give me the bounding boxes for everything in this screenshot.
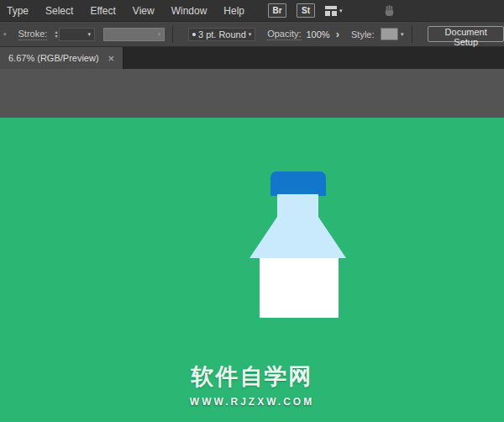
separator [412, 26, 412, 43]
style-label: Style: [351, 29, 375, 40]
watermark-url: WWW.RJZXW.COM [0, 396, 504, 408]
brush-definition-value: 3 pt. Round [198, 29, 246, 40]
workspace-icon [325, 6, 337, 16]
chevron-down-icon[interactable]: ▾ [3, 31, 7, 37]
menu-select[interactable]: Select [37, 5, 81, 17]
pasteboard [0, 69, 504, 118]
stroke-weight-dropdown[interactable]: ▾ [59, 28, 95, 41]
graphic-styles-panel-button[interactable]: St [297, 3, 315, 18]
illustrator-window: Type Select Effect View Window Help Br S… [0, 0, 504, 422]
chevron-down-icon: ▾ [87, 31, 91, 37]
brush-preview-dot-icon [192, 33, 196, 36]
opacity-value[interactable]: 100% [307, 29, 330, 40]
brushes-panel-button[interactable]: Br [268, 3, 286, 18]
menu-effect[interactable]: Effect [81, 5, 123, 17]
chevron-down-icon[interactable]: ▾ [401, 31, 404, 37]
chevron-down-icon: ▾ [249, 31, 252, 37]
opacity-panel-arrow-icon[interactable]: › [336, 29, 339, 40]
separator [172, 26, 173, 43]
menu-window[interactable]: Window [163, 5, 216, 17]
artboard-canvas[interactable]: 软件自学网 WWW.RJZXW.COM [0, 118, 504, 422]
close-icon[interactable]: × [108, 53, 115, 64]
bottle-neck[interactable] [277, 194, 318, 218]
document-tab-title: 6.67% (RGB/Preview) [8, 53, 99, 63]
brush-definition-dropdown[interactable]: 3 pt. Round ▾ [188, 28, 255, 41]
bottle-shoulder[interactable] [249, 217, 346, 258]
opacity-label[interactable]: Opacity: [267, 29, 301, 40]
hand-tool-button[interactable] [383, 4, 396, 17]
document-tab[interactable]: 6.67% (RGB/Preview) × [0, 47, 123, 69]
stepper-down-icon: ▾ [55, 34, 57, 39]
chevron-down-icon: ▾ [339, 8, 343, 13]
milk-bottle-artwork[interactable] [244, 168, 349, 321]
document-setup-button[interactable]: Document Setup [428, 26, 504, 42]
control-bar: ▾ Stroke: ▴ ▾ ▾ ▾ 3 pt. Round ▾ Opacity:… [0, 22, 504, 47]
menu-view[interactable]: View [124, 5, 163, 17]
width-profile-dropdown[interactable]: ▾ [103, 28, 165, 41]
watermark-title: 软件自学网 [0, 361, 504, 392]
chevron-down-icon: ▾ [158, 31, 161, 37]
stroke-label[interactable]: Stroke: [18, 29, 48, 40]
menu-help[interactable]: Help [215, 5, 253, 17]
document-tab-bar: 6.67% (RGB/Preview) × [0, 47, 504, 69]
bottle-body[interactable] [260, 258, 339, 318]
style-swatch[interactable] [381, 28, 399, 40]
bottle-cap[interactable] [270, 171, 326, 196]
watermark: 软件自学网 WWW.RJZXW.COM [0, 361, 504, 408]
workspace-switcher[interactable]: ▾ [325, 6, 343, 16]
stroke-weight-stepper[interactable]: ▴ ▾ [55, 30, 57, 39]
menu-type[interactable]: Type [0, 5, 37, 17]
hand-icon [383, 4, 396, 17]
menu-bar: Type Select Effect View Window Help Br S… [0, 0, 504, 22]
